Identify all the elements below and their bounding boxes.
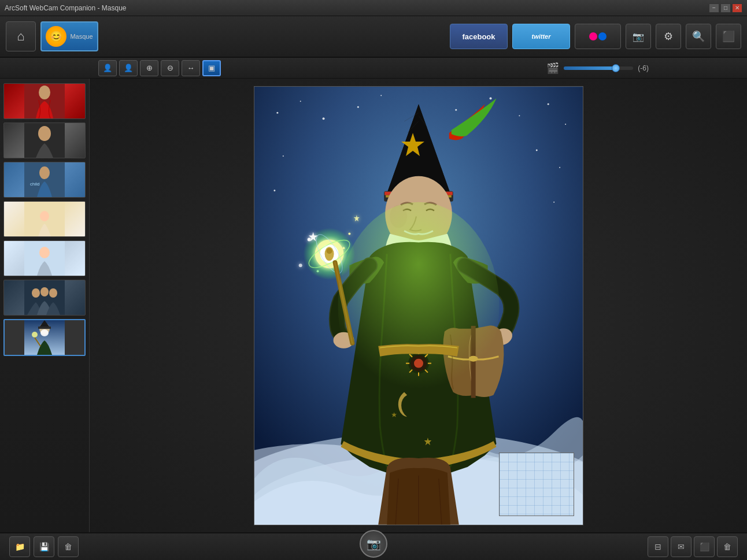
svg-text:child: child xyxy=(30,181,39,187)
thumbnail-6[interactable] xyxy=(3,280,86,316)
svg-point-55 xyxy=(348,232,350,235)
frame-button[interactable]: ▣ xyxy=(202,60,221,76)
fps-slider-thumb[interactable] xyxy=(612,64,620,72)
mini-preview-panel xyxy=(499,453,574,516)
svg-rect-18 xyxy=(38,327,51,329)
svg-point-88 xyxy=(559,166,560,168)
settings-button[interactable]: ⚙ xyxy=(656,24,681,49)
thumb-image-3: child xyxy=(4,162,85,197)
zoom-in-button[interactable]: ⊕ xyxy=(140,60,158,76)
save-icon: 💾 xyxy=(39,542,49,551)
frame-icon: ▣ xyxy=(208,64,215,72)
bottom-left-buttons: 📁 💾 🗑 xyxy=(9,536,79,557)
fps-slider[interactable] xyxy=(564,66,633,70)
mini-grid xyxy=(500,453,574,516)
svg-point-20 xyxy=(32,332,38,338)
close-button[interactable]: ✕ xyxy=(732,3,742,13)
home-button[interactable]: ⌂ xyxy=(6,21,36,51)
svg-point-12 xyxy=(32,288,40,298)
maximize-button[interactable]: □ xyxy=(720,3,731,13)
bin-icon: 🗑 xyxy=(723,542,731,551)
masque-icon: 😊 xyxy=(46,26,66,47)
email-button[interactable]: ✉ xyxy=(671,536,691,557)
zoom-in-icon: ⊕ xyxy=(146,64,153,72)
remove-photo-button[interactable]: 👤 xyxy=(119,60,138,76)
thumb-image-4 xyxy=(4,202,85,236)
content-area: child xyxy=(0,79,747,532)
remove-photo-icon: 👤 xyxy=(124,64,133,72)
svg-point-78 xyxy=(322,117,324,120)
export-button[interactable]: ⬛ xyxy=(716,24,741,49)
search-icon: 🔍 xyxy=(692,30,705,43)
delete-button[interactable]: 🗑 xyxy=(58,536,79,557)
export-icon: ⬛ xyxy=(722,30,735,43)
svg-point-8 xyxy=(40,211,49,221)
thumb-image-7 xyxy=(5,320,84,355)
thumb-image-2 xyxy=(4,123,85,158)
twitter-button[interactable]: twitter xyxy=(512,24,570,49)
bin-button[interactable]: 🗑 xyxy=(717,536,738,557)
fit-icon: ↔ xyxy=(187,64,195,72)
svg-point-58 xyxy=(342,247,345,249)
twitter-label: twitter xyxy=(532,33,551,40)
svg-point-54 xyxy=(307,238,310,241)
thumbnail-4[interactable] xyxy=(3,201,86,237)
svg-point-57 xyxy=(298,264,302,267)
window-title: ArcSoft WebCam Companion - Masque xyxy=(5,4,127,12)
svg-point-62 xyxy=(414,358,423,368)
svg-point-89 xyxy=(273,190,275,191)
svg-point-81 xyxy=(455,109,457,110)
svg-point-56 xyxy=(316,270,319,272)
facebook-button[interactable]: facebook xyxy=(450,24,508,49)
thumbnail-2[interactable] xyxy=(3,123,86,158)
masque-label: Masque xyxy=(70,33,93,40)
svg-point-86 xyxy=(282,155,283,156)
main-image-container xyxy=(254,86,583,525)
zoom-out-icon: ⊖ xyxy=(167,64,173,72)
minimize-button[interactable]: − xyxy=(709,3,719,13)
svg-point-10 xyxy=(39,247,50,258)
fit-button[interactable]: ↔ xyxy=(182,60,200,76)
masque-button[interactable]: 😊 Masque xyxy=(40,21,98,51)
svg-point-79 xyxy=(357,106,358,107)
facebook-label: facebook xyxy=(462,32,495,41)
window-controls: − □ ✕ xyxy=(709,3,742,13)
main-toolbar: ⌂ 😊 Masque facebook twitter 📷 ⚙ 🔍 ⬛ xyxy=(0,16,747,58)
thumbnail-3[interactable]: child xyxy=(3,162,86,198)
svg-point-85 xyxy=(565,124,566,125)
svg-point-5 xyxy=(39,166,50,179)
svg-point-77 xyxy=(299,101,301,102)
folder-icon: 📁 xyxy=(15,542,25,551)
save-button[interactable]: 💾 xyxy=(34,536,54,557)
svg-point-87 xyxy=(535,149,537,151)
thumbnail-1[interactable] xyxy=(3,83,86,119)
export2-button[interactable]: ⬛ xyxy=(694,536,715,557)
thumb-image-1 xyxy=(4,84,85,118)
search-button[interactable]: 🔍 xyxy=(686,24,711,49)
thumbnail-7[interactable] xyxy=(3,319,86,356)
svg-point-83 xyxy=(519,115,520,116)
svg-point-3 xyxy=(38,126,51,141)
camera-icon: 📷 xyxy=(367,537,381,551)
svg-point-84 xyxy=(547,103,549,105)
bottom-bar: 📁 💾 🗑 📷 ⊟ ✉ ⬛ 🗑 xyxy=(0,532,747,560)
canvas-area xyxy=(90,79,747,532)
camera-share-button[interactable]: 📷 xyxy=(626,24,651,49)
svg-point-19 xyxy=(40,329,49,336)
trash-icon: 🗑 xyxy=(64,542,72,551)
shrink-button[interactable]: ⊟ xyxy=(648,536,668,557)
zoom-out-button[interactable]: ⊖ xyxy=(161,60,179,76)
home-icon: ⌂ xyxy=(17,29,24,44)
fps-slider-fill xyxy=(564,66,616,70)
thumbnail-5[interactable] xyxy=(3,240,86,276)
open-folder-button[interactable]: 📁 xyxy=(9,536,30,557)
thumbnail-sidebar: child xyxy=(0,79,90,532)
fps-slider-container: 🎬 (-6) xyxy=(546,62,649,75)
thumb-image-5 xyxy=(4,241,85,276)
capture-button[interactable]: 📷 xyxy=(360,530,387,558)
add-photo-icon: 👤 xyxy=(103,64,112,72)
add-photo-button[interactable]: 👤 xyxy=(98,60,117,76)
thumb-image-6 xyxy=(4,280,85,315)
svg-point-49 xyxy=(326,248,332,254)
flickr-button[interactable] xyxy=(575,24,621,49)
